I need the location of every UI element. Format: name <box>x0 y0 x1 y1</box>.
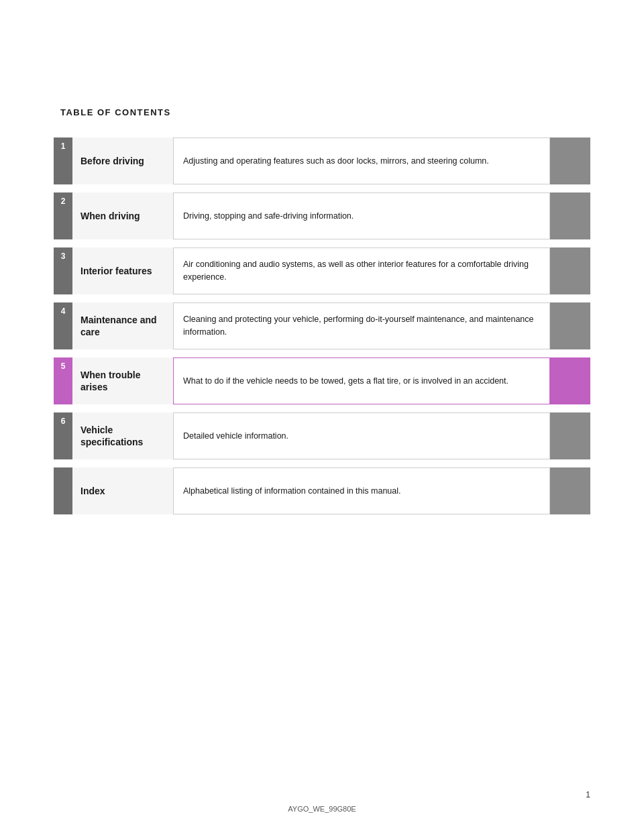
toc-desc-text: Cleaning and protecting your vehicle, pe… <box>183 313 540 339</box>
toc-color-block <box>550 192 590 239</box>
toc-desc-text: Adjusting and operating features such as… <box>183 155 489 168</box>
toc-desc-cell: Cleaning and protecting your vehicle, pe… <box>173 302 550 349</box>
toc-desc-text: Alphabetical listing of information cont… <box>183 485 401 498</box>
toc-label-cell: When trouble arises <box>72 357 173 404</box>
toc-color-block <box>550 137 590 184</box>
toc-label-cell: Interior features <box>72 247 173 294</box>
toc-number: 5 <box>54 357 72 404</box>
toc-label-text: Vehicle specifications <box>80 424 165 448</box>
toc-desc-text: What to do if the vehicle needs to be to… <box>183 375 508 388</box>
toc-label-cell: Before driving <box>72 137 173 184</box>
toc-label-cell: Index <box>72 467 173 514</box>
toc-label-cell: Maintenance and care <box>72 302 173 349</box>
toc-color-block <box>550 412 590 459</box>
toc-number: 2 <box>54 192 72 239</box>
toc-desc-text: Air conditioning and audio systems, as w… <box>183 258 540 284</box>
toc-number: 6 <box>54 412 72 459</box>
toc-number <box>54 467 72 514</box>
toc-desc-cell: Driving, stopping and safe-driving infor… <box>173 192 550 239</box>
toc-row[interactable]: 2When drivingDriving, stopping and safe-… <box>54 192 590 239</box>
toc-title: TABLE OF CONTENTS <box>54 107 590 117</box>
toc-label-text: Before driving <box>80 155 144 167</box>
footer-code: AYGO_WE_99G80E <box>288 805 356 813</box>
toc-number: 1 <box>54 137 72 184</box>
toc-desc-cell: Detailed vehicle information. <box>173 412 550 459</box>
toc-label-text: Interior features <box>80 265 152 277</box>
toc-label-cell: When driving <box>72 192 173 239</box>
toc-color-block <box>550 357 590 404</box>
toc-row[interactable]: IndexAlphabetical listing of information… <box>54 467 590 514</box>
toc-color-block <box>550 467 590 514</box>
page-number: 1 <box>586 790 590 799</box>
toc-number: 3 <box>54 247 72 294</box>
toc-row[interactable]: 1Before drivingAdjusting and operating f… <box>54 137 590 184</box>
toc-row[interactable]: 6Vehicle specificationsDetailed vehicle … <box>54 412 590 459</box>
toc-desc-cell: Adjusting and operating features such as… <box>173 137 550 184</box>
toc-color-block <box>550 247 590 294</box>
toc-label-text: Index <box>80 485 105 497</box>
toc-label-cell: Vehicle specifications <box>72 412 173 459</box>
toc-label-text: Maintenance and care <box>80 314 165 338</box>
toc-label-text: When driving <box>80 210 140 222</box>
toc-label-text: When trouble arises <box>80 369 165 393</box>
toc-number: 4 <box>54 302 72 349</box>
toc-list: 1Before drivingAdjusting and operating f… <box>54 137 590 514</box>
toc-row[interactable]: 5When trouble arisesWhat to do if the ve… <box>54 357 590 404</box>
toc-desc-cell: What to do if the vehicle needs to be to… <box>173 357 550 404</box>
toc-desc-text: Driving, stopping and safe-driving infor… <box>183 210 354 223</box>
toc-row[interactable]: 3Interior featuresAir conditioning and a… <box>54 247 590 294</box>
toc-desc-cell: Alphabetical listing of information cont… <box>173 467 550 514</box>
toc-desc-text: Detailed vehicle information. <box>183 430 288 443</box>
toc-desc-cell: Air conditioning and audio systems, as w… <box>173 247 550 294</box>
main-content: TABLE OF CONTENTS 1Before drivingAdjusti… <box>0 0 644 576</box>
page: TABLE OF CONTENTS 1Before drivingAdjusti… <box>0 0 644 833</box>
toc-color-block <box>550 302 590 349</box>
toc-row[interactable]: 4Maintenance and careCleaning and protec… <box>54 302 590 349</box>
